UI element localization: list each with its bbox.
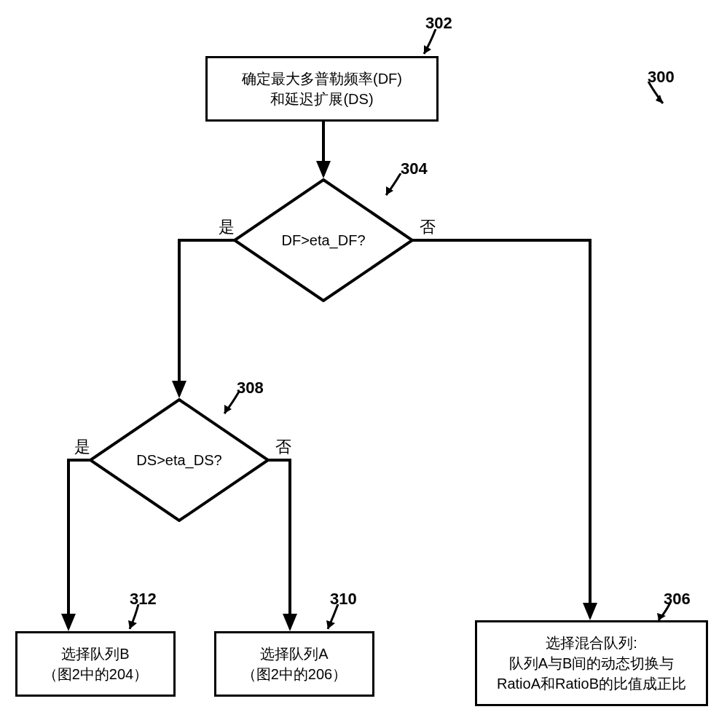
- node-302-callout: [417, 29, 441, 57]
- node-308-label: 308: [237, 379, 264, 397]
- svg-marker-8: [657, 613, 666, 620]
- figure-label-300: 300: [648, 68, 675, 87]
- node-302-line2: 和延迟扩展(DS): [270, 89, 373, 109]
- svg-marker-6: [128, 620, 137, 629]
- node-310-line2: （图2中的206）: [242, 664, 347, 684]
- svg-marker-1: [424, 45, 431, 54]
- node-308-yes-label: 是: [74, 436, 90, 458]
- node-308-diamond: DS>eta_DS?: [89, 398, 270, 522]
- node-310-label: 310: [330, 590, 357, 609]
- node-310-box: 选择队列A （图2中的206）: [214, 631, 374, 697]
- node-302-label: 302: [425, 14, 452, 33]
- svg-marker-7: [326, 620, 335, 629]
- node-306-line2: 队列A与B间的动态切换与: [509, 653, 675, 673]
- node-302-line1: 确定最大多普勒频率(DF): [242, 68, 402, 89]
- node-312-line2: （图2中的204）: [43, 664, 149, 684]
- node-306-line1: 选择混合队列:: [546, 633, 637, 653]
- node-312-box: 选择队列B （图2中的204）: [15, 631, 176, 697]
- node-306-label: 306: [664, 590, 691, 609]
- node-312-line1: 选择队列B: [61, 644, 129, 664]
- node-302-box: 确定最大多普勒频率(DF) 和延迟扩展(DS): [205, 56, 439, 122]
- svg-marker-0: [656, 95, 663, 103]
- node-306-line3: RatioA和RatioB的比值成正比: [497, 673, 686, 694]
- node-304-no-label: 否: [420, 216, 436, 238]
- node-310-line1: 选择队列A: [260, 644, 328, 664]
- node-304-text: DF>eta_DF?: [233, 178, 414, 302]
- node-306-box: 选择混合队列: 队列A与B间的动态切换与 RatioA和RatioB的比值成正比: [475, 620, 708, 706]
- node-304-label: 304: [401, 159, 428, 178]
- node-312-label: 312: [130, 590, 157, 609]
- node-304-yes-label: 是: [219, 216, 235, 238]
- node-308-text: DS>eta_DS?: [89, 398, 270, 522]
- node-308-no-label: 否: [275, 436, 291, 458]
- node-304-diamond: DF>eta_DF?: [233, 178, 414, 302]
